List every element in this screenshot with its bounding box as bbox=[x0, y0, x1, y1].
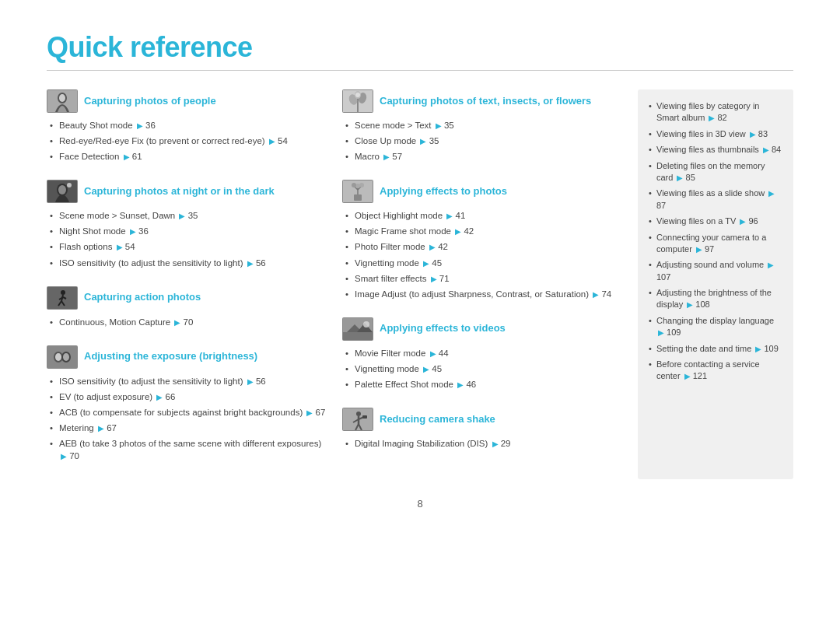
list-item: Smart filter effects ▶ 71 bbox=[345, 272, 622, 285]
action-icon bbox=[47, 286, 78, 310]
list-item: ISO sensitivity (to adjust the sensitivi… bbox=[50, 257, 327, 269]
list-item: Magic Frame shot mode ▶ 42 bbox=[345, 225, 622, 237]
shake-icon bbox=[342, 408, 373, 431]
section-title-night: Capturing photos at night or in the dark bbox=[84, 185, 275, 198]
list-item: Continuous, Motion Capture ▶ 70 bbox=[50, 316, 327, 328]
svg-point-5 bbox=[58, 185, 66, 194]
list-shake: Digital Imaging Stabilization (DIS) ▶ 29 bbox=[342, 437, 622, 450]
section-header-shake: Reducing camera shake bbox=[342, 408, 622, 431]
section-title-shake: Reducing camera shake bbox=[380, 413, 495, 426]
list-item: Scene mode > Sunset, Dawn ▶ 35 bbox=[50, 209, 327, 222]
section-header-text-insects: Capturing photos of text, insects, or fl… bbox=[342, 89, 622, 113]
svg-point-16 bbox=[55, 353, 61, 361]
section-header-exposure: Adjusting the exposure (brightness) bbox=[47, 345, 327, 369]
sidebar-list-item: Deleting files on the memory card ▶ 85 bbox=[649, 160, 782, 184]
section-title-exposure: Adjusting the exposure (brightness) bbox=[84, 350, 257, 363]
list-capturing-people: Beauty Shot mode ▶ 36 Red-eye/Red-eye Fi… bbox=[47, 119, 327, 163]
list-text-insects: Scene mode > Text ▶ 35 Close Up mode ▶ 3… bbox=[342, 119, 622, 163]
svg-point-30 bbox=[355, 184, 360, 188]
list-item: Beauty Shot mode ▶ 36 bbox=[50, 119, 327, 131]
list-item: Close Up mode ▶ 35 bbox=[345, 135, 622, 147]
title-divider bbox=[47, 70, 793, 71]
list-night: Scene mode > Sunset, Dawn ▶ 35 Night Sho… bbox=[47, 209, 327, 268]
section-header-action: Capturing action photos bbox=[47, 286, 327, 310]
sidebar-list-item: Viewing files in 3D view ▶ 83 bbox=[649, 128, 782, 140]
list-effects-videos: Movie Filter mode ▶ 44 Vignetting mode ▶… bbox=[342, 347, 622, 391]
list-item: ACB (to compensate for subjects against … bbox=[50, 406, 327, 419]
effects-video-icon bbox=[342, 317, 373, 341]
svg-rect-34 bbox=[343, 332, 373, 340]
list-item: EV (to adjust exposure) ▶ 66 bbox=[50, 391, 327, 403]
list-item: Vignetting mode ▶ 45 bbox=[345, 363, 622, 375]
svg-point-18 bbox=[63, 353, 69, 361]
section-capturing-people: Capturing photos of people Beauty Shot m… bbox=[47, 89, 327, 163]
list-item: AEB (to take 3 photos of the same scene … bbox=[50, 437, 327, 462]
sidebar-list-item: Viewing files by category in Smart album… bbox=[649, 100, 782, 124]
svg-rect-43 bbox=[362, 415, 367, 419]
section-title-effects-photos: Applying effects to photos bbox=[380, 185, 507, 198]
list-item: Face Detection ▶ 61 bbox=[50, 150, 327, 163]
list-item: Flash options ▶ 54 bbox=[50, 240, 327, 253]
svg-point-37 bbox=[363, 321, 369, 328]
sidebar-list-item: Adjusting the brightness of the display … bbox=[649, 287, 782, 311]
sidebar-list-item: Viewing files as thumbnails ▶ 84 bbox=[649, 144, 782, 156]
page-title: Quick reference bbox=[47, 31, 793, 64]
section-effects-photos: Applying effects to photos Object Highli… bbox=[342, 180, 622, 300]
section-title-action: Capturing action photos bbox=[84, 291, 201, 304]
list-item: Palette Effect Shot mode ▶ 46 bbox=[345, 378, 622, 391]
svg-point-31 bbox=[352, 183, 356, 187]
list-item: Night Shot mode ▶ 36 bbox=[50, 225, 327, 237]
main-layout: Capturing photos of people Beauty Shot m… bbox=[47, 89, 793, 479]
svg-rect-26 bbox=[354, 194, 362, 201]
section-header-effects-videos: Applying effects to videos bbox=[342, 317, 622, 341]
exposure-icon bbox=[47, 345, 78, 369]
section-text-insects: Capturing photos of text, insects, or fl… bbox=[342, 89, 622, 163]
list-effects-photos: Object Highlight mode ▶ 41 Magic Frame s… bbox=[342, 209, 622, 300]
svg-point-8 bbox=[61, 290, 65, 295]
section-title-text-insects: Capturing photos of text, insects, or fl… bbox=[380, 95, 591, 108]
sidebar-list-item: Before contacting a service center ▶ 121 bbox=[649, 359, 782, 383]
list-item: Object Highlight mode ▶ 41 bbox=[345, 209, 622, 222]
person-icon bbox=[47, 89, 78, 113]
sidebar-list-item: Changing the display language ▶ 109 bbox=[649, 315, 782, 339]
section-exposure: Adjusting the exposure (brightness) ISO … bbox=[47, 345, 327, 463]
section-title-capturing-people: Capturing photos of people bbox=[84, 95, 216, 108]
section-title-effects-videos: Applying effects to videos bbox=[380, 322, 506, 335]
svg-point-6 bbox=[67, 183, 72, 187]
effects-photo-icon bbox=[342, 180, 373, 203]
svg-point-2 bbox=[59, 94, 65, 102]
list-item: Red-eye/Red-eye Fix (to prevent or corre… bbox=[50, 135, 327, 147]
list-item: Metering ▶ 67 bbox=[50, 422, 327, 434]
svg-point-32 bbox=[359, 183, 364, 187]
page-number: 8 bbox=[47, 498, 793, 510]
svg-point-39 bbox=[356, 412, 361, 416]
list-exposure: ISO sensitivity (to adjust the sensitivi… bbox=[47, 375, 327, 463]
column-1: Capturing photos of people Beauty Shot m… bbox=[47, 89, 327, 479]
sidebar-list: Viewing files by category in Smart album… bbox=[649, 100, 782, 383]
sidebar-list-item: Setting the date and time ▶ 109 bbox=[649, 343, 782, 355]
column-2: Capturing photos of text, insects, or fl… bbox=[342, 89, 622, 479]
section-header-effects-photos: Applying effects to photos bbox=[342, 180, 622, 203]
section-capturing-night: Capturing photos at night or in the dark… bbox=[47, 180, 327, 268]
list-item: Image Adjust (to adjust Sharpness, Contr… bbox=[345, 288, 622, 300]
svg-point-24 bbox=[355, 93, 360, 97]
flower-icon bbox=[342, 89, 373, 113]
list-item: Scene mode > Text ▶ 35 bbox=[345, 119, 622, 131]
list-item: Movie Filter mode ▶ 44 bbox=[345, 347, 622, 359]
night-icon bbox=[47, 180, 78, 203]
list-item: Photo Filter mode ▶ 42 bbox=[345, 240, 622, 253]
sidebar-list-item: Adjusting sound and volume ▶ 107 bbox=[649, 259, 782, 283]
list-item: ISO sensitivity (to adjust the sensitivi… bbox=[50, 375, 327, 387]
list-item: Macro ▶ 57 bbox=[345, 150, 622, 163]
section-header-night: Capturing photos at night or in the dark bbox=[47, 180, 327, 203]
sidebar-panel: Viewing files by category in Smart album… bbox=[638, 89, 793, 479]
sidebar-list-item: Connecting your camera to a computer ▶ 9… bbox=[649, 232, 782, 256]
sidebar-list-item: Viewing files on a TV ▶ 96 bbox=[649, 215, 782, 227]
section-action: Capturing action photos Continuous, Moti… bbox=[47, 286, 327, 328]
section-reduce-shake: Reducing camera shake Digital Imaging St… bbox=[342, 408, 622, 450]
list-item: Digital Imaging Stabilization (DIS) ▶ 29 bbox=[345, 437, 622, 450]
list-item: Vignetting mode ▶ 45 bbox=[345, 257, 622, 269]
list-action: Continuous, Motion Capture ▶ 70 bbox=[47, 316, 327, 328]
section-effects-videos: Applying effects to videos Movie Filter … bbox=[342, 317, 622, 391]
sidebar-list-item: Viewing files as a slide show ▶ 87 bbox=[649, 187, 782, 212]
